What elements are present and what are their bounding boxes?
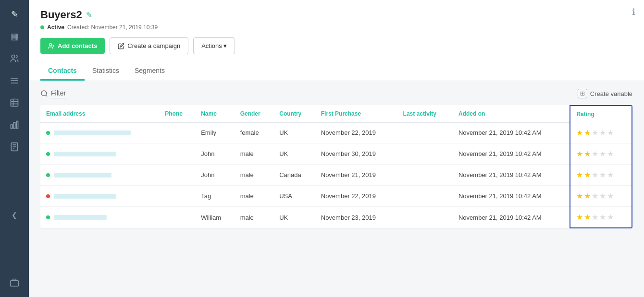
info-icon[interactable]: ℹ <box>632 7 635 17</box>
contact-status-dot <box>46 152 50 156</box>
cell-last-activity <box>397 122 453 143</box>
star-5[interactable]: ★ <box>607 149 614 158</box>
sidebar-icon-users[interactable] <box>5 49 24 68</box>
cell-country: USA <box>273 186 315 207</box>
star-1[interactable]: ★ <box>576 149 583 158</box>
create-campaign-icon <box>118 43 124 49</box>
star-2[interactable]: ★ <box>584 170 591 179</box>
star-1[interactable]: ★ <box>576 191 583 201</box>
star-3[interactable]: ★ <box>592 170 598 179</box>
cell-last-activity <box>397 143 453 165</box>
star-2[interactable]: ★ <box>584 213 591 222</box>
cell-phone <box>159 122 195 143</box>
star-2[interactable]: ★ <box>584 149 591 158</box>
email-blur <box>54 173 111 178</box>
table-row[interactable]: JohnmaleUKNovember 30, 2019November 21, … <box>40 143 632 165</box>
status-row: Active Created: November 21, 2019 10:39 <box>40 24 632 31</box>
cell-country: UK <box>273 122 315 143</box>
cell-added-on: November 21, 2019 10:42 AM <box>453 165 570 186</box>
status-dot <box>40 25 44 29</box>
tab-bar: Contacts Statistics Segments <box>40 62 632 81</box>
cell-rating[interactable]: ★★★★★ <box>570 165 632 186</box>
add-contacts-button[interactable]: Add contacts <box>40 38 105 54</box>
cell-email <box>40 207 159 228</box>
star-5[interactable]: ★ <box>607 170 614 179</box>
star-3[interactable]: ★ <box>592 191 598 201</box>
cell-last-activity <box>397 207 453 228</box>
star-5[interactable]: ★ <box>607 213 614 222</box>
page-header: Buyers2 ✎ Active Created: November 21, 2… <box>29 0 644 81</box>
create-campaign-button[interactable]: Create a campaign <box>110 37 188 54</box>
cell-phone <box>159 207 195 228</box>
cell-added-on: November 21, 2019 10:42 AM <box>453 186 570 207</box>
star-1[interactable]: ★ <box>576 213 583 222</box>
cell-first-purchase: November 30, 2019 <box>315 143 397 165</box>
cell-phone <box>159 143 195 165</box>
cell-rating[interactable]: ★★★★★ <box>570 143 632 165</box>
cell-rating[interactable]: ★★★★★ <box>570 207 632 228</box>
cell-first-purchase: November 23, 2019 <box>315 207 397 228</box>
star-3[interactable]: ★ <box>592 149 598 158</box>
svg-rect-15 <box>11 281 19 286</box>
star-3[interactable]: ★ <box>592 213 598 222</box>
star-2[interactable]: ★ <box>584 191 591 201</box>
create-variable-button[interactable]: ⊞ Create variable <box>578 89 632 98</box>
svg-rect-10 <box>16 121 18 129</box>
star-5[interactable]: ★ <box>607 191 614 201</box>
cell-last-activity <box>397 165 453 186</box>
sidebar-icon-table[interactable] <box>5 93 24 112</box>
table-row[interactable]: WilliammaleUKNovember 23, 2019November 2… <box>40 207 632 228</box>
star-4[interactable]: ★ <box>599 170 606 179</box>
col-country: Country <box>273 106 315 122</box>
cell-gender: female <box>235 122 274 143</box>
sidebar-icon-edit[interactable]: ✎ <box>5 5 24 24</box>
contact-status-dot <box>46 131 50 135</box>
sidebar: ✎ ▦ ❮ <box>0 0 29 297</box>
sidebar-collapse-button[interactable]: ❮ <box>5 208 24 222</box>
tab-segments[interactable]: Segments <box>127 62 173 81</box>
svg-rect-4 <box>11 99 18 107</box>
table-row[interactable]: EmilyfemaleUKNovember 22, 2019November 2… <box>40 122 632 143</box>
svg-point-19 <box>41 91 47 96</box>
svg-point-0 <box>12 55 15 59</box>
filter-label[interactable]: Filter <box>51 89 66 98</box>
sidebar-icon-list[interactable] <box>5 71 24 90</box>
tab-statistics[interactable]: Statistics <box>85 62 127 81</box>
title-edit-icon[interactable]: ✎ <box>86 11 92 20</box>
sidebar-icon-chart[interactable] <box>5 115 24 134</box>
star-4[interactable]: ★ <box>599 213 606 222</box>
cell-phone <box>159 165 195 186</box>
cell-country: UK <box>273 207 315 228</box>
filter-left: Filter <box>40 89 66 98</box>
actions-button[interactable]: Actions ▾ <box>193 37 235 54</box>
star-3[interactable]: ★ <box>592 128 598 137</box>
tab-contacts[interactable]: Contacts <box>40 62 85 81</box>
cell-gender: male <box>235 143 274 165</box>
star-5[interactable]: ★ <box>607 128 614 137</box>
status-label: Active <box>47 24 64 31</box>
sidebar-icon-grid[interactable]: ▦ <box>5 27 24 46</box>
col-rating: Rating <box>570 106 632 122</box>
star-1[interactable]: ★ <box>576 170 583 179</box>
cell-name: William <box>195 207 234 228</box>
sidebar-icon-doc[interactable] <box>5 137 24 156</box>
star-1[interactable]: ★ <box>576 128 583 137</box>
sidebar-icon-briefcase[interactable] <box>5 273 24 292</box>
search-icon <box>40 90 48 97</box>
svg-rect-8 <box>11 125 12 129</box>
table-row[interactable]: JohnmaleCanadaNovember 21, 2019November … <box>40 165 632 186</box>
cell-name: John <box>195 165 234 186</box>
cell-name: John <box>195 143 234 165</box>
cell-phone <box>159 186 195 207</box>
table-row[interactable]: TagmaleUSANovember 22, 2019November 21, … <box>40 186 632 207</box>
star-2[interactable]: ★ <box>584 128 591 137</box>
filter-row: Filter ⊞ Create variable <box>40 89 632 98</box>
cell-rating[interactable]: ★★★★★ <box>570 122 632 143</box>
col-name: Name <box>195 106 234 122</box>
star-4[interactable]: ★ <box>599 128 606 137</box>
cell-gender: male <box>235 186 274 207</box>
cell-rating[interactable]: ★★★★★ <box>570 186 632 207</box>
star-4[interactable]: ★ <box>599 149 606 158</box>
star-4[interactable]: ★ <box>599 191 606 201</box>
cell-email <box>40 186 159 207</box>
